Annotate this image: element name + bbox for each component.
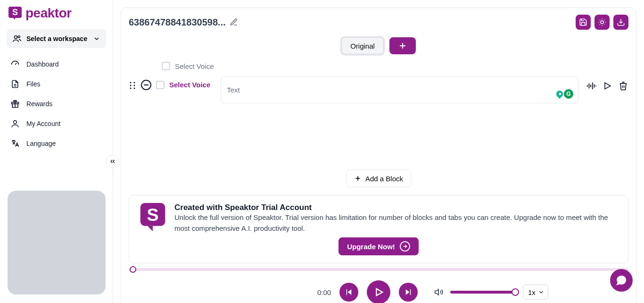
- sidebar-item-files[interactable]: Files: [7, 75, 106, 93]
- select-voice-button[interactable]: Select Voice: [169, 81, 210, 89]
- block-checkbox[interactable]: [156, 81, 165, 89]
- volume-slider[interactable]: [450, 291, 516, 294]
- add-block-button[interactable]: Add a Block: [346, 169, 411, 187]
- svg-point-22: [130, 82, 131, 83]
- sidebar-item-dashboard[interactable]: Dashboard: [7, 55, 106, 74]
- seek-thumb[interactable]: [130, 266, 136, 273]
- select-voice-header-row: Select Voice: [129, 62, 628, 70]
- sidebar-item-rewards[interactable]: Rewards: [7, 94, 106, 113]
- trial-description: Unlock the full version of Speaktor. Tri…: [174, 212, 619, 234]
- volume-icon: [434, 287, 444, 297]
- upgrade-label: Upgrade Now!: [347, 243, 395, 251]
- trial-title: Created with Speaktor Trial Account: [174, 203, 619, 212]
- svg-point-23: [133, 82, 135, 83]
- svg-point-9: [14, 120, 17, 124]
- sidebar-item-language[interactable]: Language: [7, 134, 106, 153]
- translate-icon: [10, 139, 20, 148]
- chevron-down-icon: [93, 35, 100, 42]
- g-subicon: G: [564, 89, 573, 99]
- sidebar-nav: Dashboard Files Rewards My Account: [5, 55, 108, 153]
- trial-banner: S Created with Speaktor Trial Account Un…: [129, 195, 628, 263]
- sidebar-item-account[interactable]: My Account: [7, 114, 106, 133]
- sidebar-item-label: Dashboard: [26, 60, 59, 68]
- tab-label: Original: [350, 42, 375, 50]
- logo-mark: S: [8, 6, 23, 21]
- prev-button[interactable]: [339, 283, 358, 302]
- svg-marker-44: [376, 289, 382, 296]
- volume-thumb[interactable]: [512, 288, 519, 296]
- waveform-button[interactable]: [586, 81, 596, 91]
- brand-name: peaktor: [25, 6, 72, 21]
- svg-text:S: S: [147, 205, 158, 225]
- delete-block-button[interactable]: [618, 81, 628, 91]
- chat-fab[interactable]: [610, 269, 633, 292]
- titlebar: 63867478841830598...: [129, 15, 628, 30]
- svg-point-27: [133, 87, 135, 89]
- sidebar-item-label: My Account: [26, 120, 60, 127]
- user-icon: [10, 119, 20, 128]
- gauge-icon: [10, 59, 20, 69]
- seek-track[interactable]: [129, 267, 628, 272]
- arrow-right-circle-icon: [400, 241, 410, 252]
- svg-line-18: [604, 20, 604, 20]
- svg-point-25: [133, 84, 135, 86]
- drag-handle-icon[interactable]: [129, 81, 136, 90]
- audio-player: 0:00: [129, 267, 628, 303]
- file-icon: [10, 79, 20, 89]
- speed-select[interactable]: 1x: [523, 285, 548, 300]
- content-block: Select Voice G: [129, 76, 628, 103]
- svg-text:S: S: [12, 8, 18, 17]
- sidebar: S peaktor Select a workspace Dashboard: [0, 0, 113, 303]
- users-icon: [12, 34, 22, 43]
- select-voice-header-label: Select Voice: [175, 62, 214, 70]
- workspace-label: Select a workspace: [26, 35, 87, 42]
- download-button[interactable]: [613, 15, 628, 30]
- svg-marker-34: [605, 83, 611, 89]
- next-button[interactable]: [399, 283, 418, 302]
- location-subicon: [555, 89, 564, 99]
- svg-marker-47: [435, 289, 439, 295]
- svg-rect-43: [347, 289, 347, 295]
- save-button[interactable]: [576, 15, 591, 30]
- tabs: Original: [129, 37, 628, 54]
- sidebar-ad-placeholder: [8, 191, 106, 295]
- current-time: 0:00: [317, 288, 331, 296]
- speed-select-wrap: 1x: [523, 285, 548, 300]
- collapse-sidebar-button[interactable]: [106, 155, 119, 168]
- seek-track-line: [129, 268, 628, 271]
- block-actions: [586, 81, 628, 91]
- sidebar-item-label: Files: [26, 80, 41, 88]
- play-block-button[interactable]: [602, 81, 612, 91]
- grammarly-ext-icon[interactable]: G: [555, 89, 574, 99]
- play-button[interactable]: [367, 280, 390, 303]
- main: 63867478841830598... Orig: [113, 0, 644, 303]
- brand-logo: S peaktor: [5, 5, 108, 25]
- edit-title-button[interactable]: [230, 18, 238, 26]
- add-block-label: Add a Block: [365, 175, 403, 183]
- upgrade-button[interactable]: Upgrade Now!: [339, 237, 419, 255]
- editor-card: 63867478841830598... Orig: [121, 8, 636, 303]
- svg-line-17: [600, 24, 600, 25]
- collapse-block-button[interactable]: [141, 80, 151, 90]
- tab-original[interactable]: Original: [341, 37, 384, 54]
- add-block-row: Add a Block: [129, 169, 628, 187]
- header-actions: [576, 15, 628, 30]
- text-extension-widget: G: [555, 89, 574, 99]
- theme-button[interactable]: [594, 15, 610, 30]
- block-text-input[interactable]: [227, 80, 552, 99]
- sidebar-item-label: Language: [26, 140, 56, 147]
- svg-point-10: [601, 21, 603, 24]
- svg-line-14: [604, 24, 604, 25]
- svg-marker-45: [406, 289, 410, 295]
- select-all-checkbox[interactable]: [162, 62, 170, 70]
- sidebar-item-label: Rewards: [26, 100, 52, 108]
- svg-line-13: [600, 20, 600, 20]
- block-text-field: G: [221, 76, 578, 103]
- player-controls: 0:00: [129, 280, 628, 303]
- svg-point-3: [18, 36, 20, 38]
- add-tab-button[interactable]: [389, 37, 416, 54]
- right-controls: 1x: [434, 285, 548, 300]
- workspace-selector[interactable]: Select a workspace: [7, 29, 106, 48]
- document-title: 63867478841830598...: [129, 17, 226, 28]
- gift-icon: [10, 99, 20, 109]
